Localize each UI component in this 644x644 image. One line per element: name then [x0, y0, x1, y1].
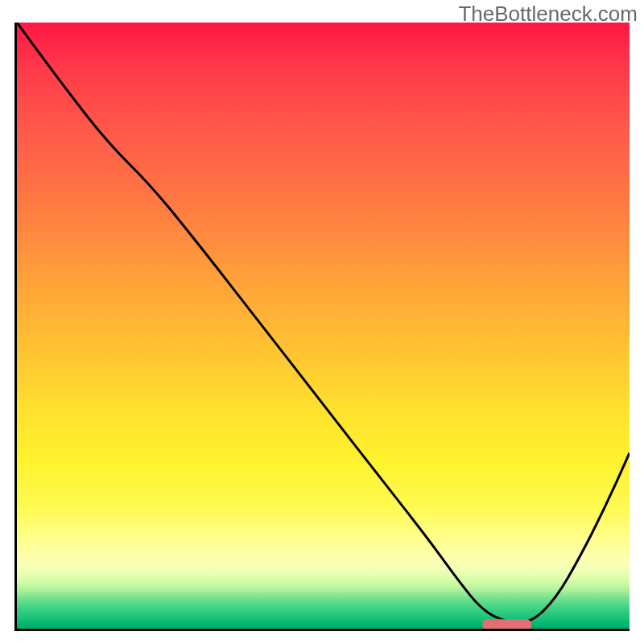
chart-container: TheBottleneck.com: [0, 0, 644, 644]
watermark-text: TheBottleneck.com: [458, 2, 638, 27]
plot-svg: [17, 23, 630, 629]
optimal-range-marker: [482, 619, 531, 629]
bottleneck-curve: [17, 23, 630, 622]
plot-area: [14, 23, 630, 631]
